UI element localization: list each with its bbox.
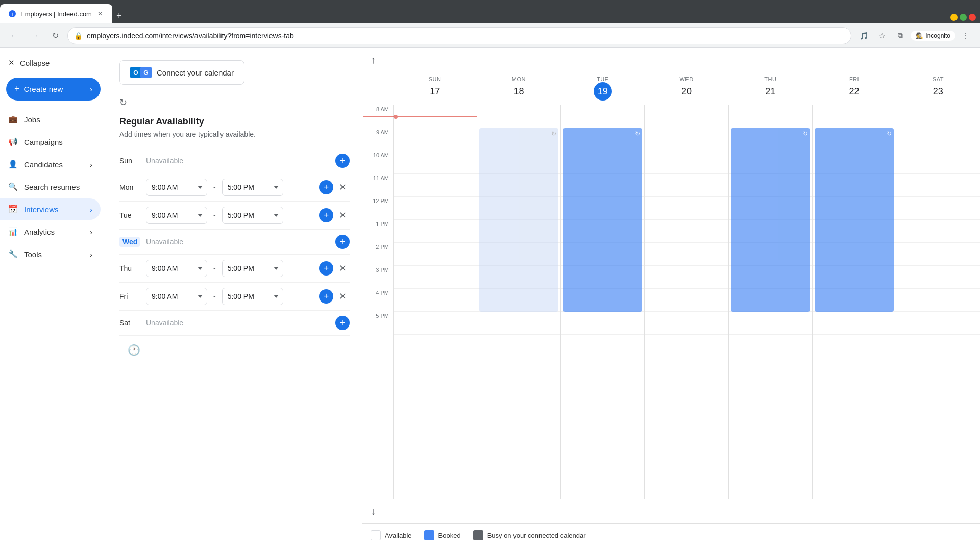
sidebar-nav: 💼 Jobs 📢 Campaigns 👤 Candidates › xyxy=(0,105,107,269)
sidebar-item-candidates[interactable]: 👤 Candidates › xyxy=(0,154,101,175)
cal-col-sun xyxy=(394,105,477,499)
back-button[interactable]: ← xyxy=(6,28,22,44)
thu-refresh-icon[interactable]: ↻ xyxy=(803,130,808,137)
day-label-mon: Mon xyxy=(119,183,140,191)
sidebar-item-analytics[interactable]: 📊 Analytics › xyxy=(0,221,101,242)
legend-booked-color xyxy=(424,530,434,540)
cal-col-fri: ↻ xyxy=(813,105,896,499)
fri-start-time[interactable]: 9:00 AM xyxy=(146,288,207,305)
browser-tab[interactable]: i Employers | Indeed.com ✕ xyxy=(0,4,112,23)
sidebar-item-jobs[interactable]: 💼 Jobs xyxy=(0,109,101,130)
tab-close-button[interactable]: ✕ xyxy=(96,10,104,18)
clock-icon: 🕐 xyxy=(128,344,140,356)
incognito-label: Incognito xyxy=(925,32,950,39)
day-row-mon: Mon 9:00 AM - 5:00 PM + ✕ xyxy=(119,173,350,202)
calendar-icons: O G xyxy=(130,67,152,78)
thu-end-time[interactable]: 5:00 PM xyxy=(222,260,283,277)
cal-col-thu: ↻ xyxy=(729,105,813,499)
remove-time-thu[interactable]: ✕ xyxy=(335,261,350,276)
legend-busy: Busy on your connected calendar xyxy=(473,530,586,540)
address-bar[interactable]: 🔒 employers.indeed.com/interviews/availa… xyxy=(67,27,851,44)
mon-start-time[interactable]: 9:00 AM xyxy=(146,179,207,196)
unavailable-sun: Unavailable xyxy=(146,157,329,165)
new-tab-button[interactable]: + xyxy=(112,9,126,23)
bookmark-button[interactable]: ☆ xyxy=(874,28,890,44)
legend-available: Available xyxy=(371,530,412,540)
connect-calendar-button[interactable]: O G Connect your calendar xyxy=(119,60,244,85)
day-row-sun: Sun Unavailable + xyxy=(119,148,350,173)
cal-col-mon: ↻ xyxy=(477,105,561,499)
scroll-down-button[interactable]: ↓ xyxy=(362,499,980,523)
thu-start-time[interactable]: 9:00 AM xyxy=(146,260,207,277)
connect-calendar-label: Connect your calendar xyxy=(157,68,234,77)
lock-icon: 🔒 xyxy=(74,32,83,40)
maximize-button[interactable] xyxy=(960,14,967,21)
incognito-icon: 🕵 xyxy=(916,32,923,39)
legend-busy-label: Busy on your connected calendar xyxy=(487,532,586,539)
remove-time-fri[interactable]: ✕ xyxy=(335,289,350,304)
sidebar-item-search-resumes[interactable]: 🔍 Search resumes xyxy=(0,176,101,197)
forward-button[interactable]: → xyxy=(27,28,43,44)
tools-icon: 🔧 xyxy=(8,249,18,259)
time-separator-tue: - xyxy=(213,211,216,219)
cal-col-wed xyxy=(645,105,728,499)
sidebar-item-label: Tools xyxy=(24,250,42,259)
collapse-icon: ✕ xyxy=(8,58,15,67)
add-time-sun[interactable]: + xyxy=(335,154,350,168)
legend-booked: Booked xyxy=(424,530,461,540)
mon-availability-block: ↻ xyxy=(479,128,558,312)
left-panel: O G Connect your calendar ↻ Regular Avai… xyxy=(107,48,362,546)
day-label-fri: Fri xyxy=(119,292,140,300)
sidebar-item-interviews[interactable]: 📅 Interviews › xyxy=(0,198,101,220)
cal-header-sun: SUN 17 xyxy=(393,72,477,105)
sidebar-item-campaigns[interactable]: 📢 Campaigns xyxy=(0,131,101,153)
day-row-tue: Tue 9:00 AM - 5:00 PM + ✕ xyxy=(119,202,350,230)
section-title: Regular Availability xyxy=(119,116,350,127)
plus-icon: + xyxy=(14,84,20,94)
remove-time-tue[interactable]: ✕ xyxy=(335,208,350,222)
day-label-thu: Thu xyxy=(119,264,140,272)
candidates-arrow: › xyxy=(90,160,92,169)
refresh-icon[interactable]: ↻ xyxy=(119,97,127,108)
tab-title: Employers | Indeed.com xyxy=(20,10,92,18)
split-button[interactable]: ⧉ xyxy=(892,28,909,44)
close-button[interactable] xyxy=(969,14,976,21)
tue-start-time[interactable]: 9:00 AM xyxy=(146,207,207,224)
tue-booked-block: ↻ xyxy=(563,128,642,312)
fri-refresh-icon[interactable]: ↻ xyxy=(887,130,892,137)
cal-header-mon: MON 18 xyxy=(477,72,560,105)
add-time-sat[interactable]: + xyxy=(335,316,350,330)
mon-refresh-icon[interactable]: ↻ xyxy=(551,130,556,137)
mon-end-time[interactable]: 5:00 PM xyxy=(222,179,283,196)
add-time-fri[interactable]: + xyxy=(319,289,333,304)
svg-text:i: i xyxy=(12,11,13,17)
add-time-tue[interactable]: + xyxy=(319,208,333,222)
media-button[interactable]: 🎵 xyxy=(855,28,872,44)
sidebar-item-tools[interactable]: 🔧 Tools › xyxy=(0,243,101,265)
add-time-mon[interactable]: + xyxy=(319,180,333,194)
tue-refresh-icon[interactable]: ↻ xyxy=(635,130,640,137)
remove-time-mon[interactable]: ✕ xyxy=(335,180,350,194)
interviews-arrow: › xyxy=(90,205,92,214)
tue-end-time[interactable]: 5:00 PM xyxy=(222,207,283,224)
scroll-up-button[interactable]: ↑ xyxy=(362,48,980,72)
calendar-columns: ↻ xyxy=(393,105,980,499)
calendar-body: 8 AM 9 AM 10 AM 11 AM 12 PM 1 PM 2 PM 3 … xyxy=(362,105,980,499)
reload-button[interactable]: ↻ xyxy=(47,28,63,44)
time-5pm: 5 PM xyxy=(362,312,393,335)
add-time-thu[interactable]: + xyxy=(319,261,333,276)
menu-button[interactable]: ⋮ xyxy=(958,28,974,44)
create-new-button[interactable]: + Create new › xyxy=(6,78,101,101)
legend-available-color xyxy=(371,530,381,540)
minimize-button[interactable] xyxy=(950,14,958,21)
add-time-wed[interactable]: + xyxy=(335,235,350,249)
day-row-sat: Sat Unavailable + xyxy=(119,311,350,336)
collapse-label: Collapse xyxy=(20,59,50,67)
section-subtitle: Add times when you are typically availab… xyxy=(119,130,350,138)
unavailable-wed: Unavailable xyxy=(146,238,329,246)
create-new-arrow: › xyxy=(90,85,92,93)
main-content: O G Connect your calendar ↻ Regular Avai… xyxy=(107,48,980,546)
fri-end-time[interactable]: 5:00 PM xyxy=(222,288,283,305)
candidates-icon: 👤 xyxy=(8,160,18,169)
collapse-button[interactable]: ✕ Collapse xyxy=(0,52,107,73)
